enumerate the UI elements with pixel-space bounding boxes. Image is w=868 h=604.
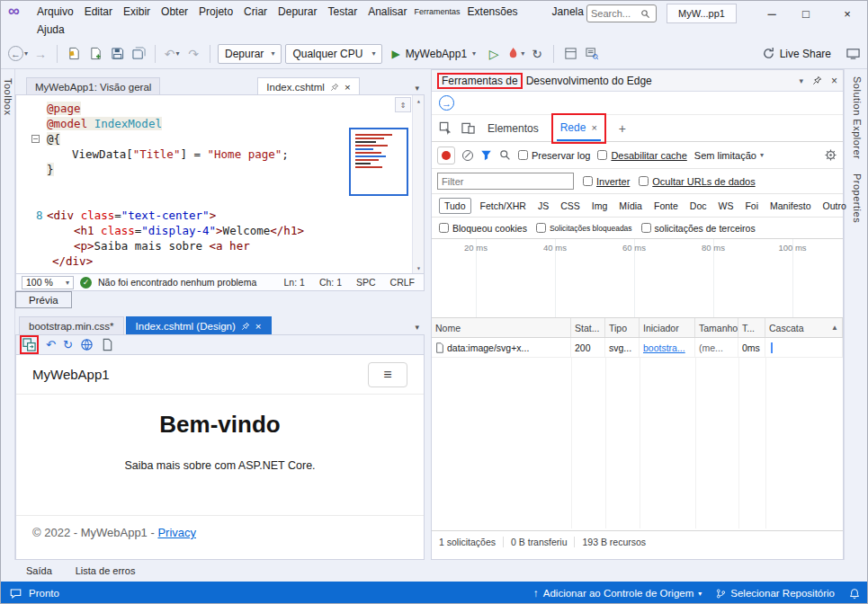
tab-bootstrap-css[interactable]: bootstrap.min.css*: [19, 316, 124, 334]
feedback-icon[interactable]: [844, 43, 862, 65]
third-party-checkbox[interactable]: solicitações de terceiros: [641, 223, 756, 234]
privacy-link[interactable]: Privacy: [157, 526, 196, 539]
menu-ajuda[interactable]: Ajuda: [31, 22, 70, 38]
navigate-forward-button[interactable]: →: [31, 43, 49, 65]
column-size[interactable]: Tamanho...: [695, 318, 738, 337]
blocked-cookies-checkbox[interactable]: Bloqueou cookies: [439, 223, 527, 234]
column-initiator[interactable]: Iniciador: [640, 318, 695, 337]
tab-overflow-icon[interactable]: ▾: [415, 84, 419, 93]
initiator-link[interactable]: bootstra...: [643, 342, 685, 353]
tab-elements[interactable]: Elementos: [484, 117, 542, 140]
search-network-icon[interactable]: [499, 149, 511, 161]
line-ending-indicator[interactable]: CRLF: [390, 277, 415, 288]
splitter-grip[interactable]: ⇕: [395, 97, 411, 112]
preserve-log-checkbox[interactable]: Preservar log: [518, 150, 590, 161]
vertical-scrollbar[interactable]: ▴ ▾: [412, 95, 424, 273]
document-icon[interactable]: [101, 338, 114, 351]
tab-network[interactable]: Rede×: [557, 116, 601, 141]
inspect-element-icon[interactable]: [439, 121, 452, 135]
chip-css[interactable]: CSS: [558, 199, 583, 213]
navbar-toggler-button[interactable]: ≡: [368, 362, 407, 387]
globe-icon[interactable]: [80, 338, 94, 351]
chip-ws[interactable]: WS: [716, 199, 737, 213]
tab-close-icon[interactable]: ×: [345, 82, 351, 93]
save-icon[interactable]: [108, 43, 126, 65]
chip-media[interactable]: Mídia: [616, 199, 645, 213]
tab-index-design[interactable]: Index.cshtml (Design) ×: [126, 316, 272, 334]
chip-font[interactable]: Fonte: [651, 199, 681, 213]
clear-network-log-icon[interactable]: [462, 150, 473, 161]
chip-manifest[interactable]: Manifesto: [767, 199, 814, 213]
zoom-dropdown[interactable]: 100 %▾: [22, 276, 74, 289]
maximize-button[interactable]: □: [787, 1, 825, 26]
filter-funnel-icon[interactable]: [480, 149, 492, 161]
pin-icon[interactable]: [330, 83, 339, 92]
save-all-icon[interactable]: [130, 43, 148, 65]
menu-arquivo[interactable]: Arquivo: [31, 4, 79, 20]
menu-exibir[interactable]: Exibir: [118, 4, 156, 20]
preview-button[interactable]: Prévia: [15, 291, 72, 308]
refresh-icon[interactable]: ↻: [63, 338, 73, 351]
redo-button[interactable]: ↷: [184, 43, 202, 65]
platform-dropdown[interactable]: Qualquer CPU▾: [285, 44, 382, 64]
output-tab[interactable]: Saída: [26, 565, 52, 576]
column-time[interactable]: T...: [738, 318, 765, 337]
new-project-icon[interactable]: [65, 43, 83, 65]
code-editor[interactable]: @page @model IndexModel @{ ViewData["Tit…: [15, 94, 425, 274]
chip-js[interactable]: JS: [535, 199, 551, 213]
chip-wasm[interactable]: Foi: [742, 199, 761, 213]
network-settings-gear-icon[interactable]: [824, 148, 837, 162]
tab-index-cshtml[interactable]: Index.cshtml ×: [257, 77, 359, 95]
column-type[interactable]: Tipo: [605, 318, 640, 337]
browser-sync-icon[interactable]: [22, 338, 36, 351]
feedback-bubble-icon[interactable]: [10, 588, 22, 600]
menu-depurar[interactable]: Depurar: [273, 4, 322, 20]
tab-overview[interactable]: MyWebApp1: Visão geral: [26, 77, 160, 95]
column-status[interactable]: Stat...: [571, 318, 605, 337]
menu-obter[interactable]: Obter: [156, 4, 193, 20]
select-repository-button[interactable]: Selecionar Repositório: [716, 588, 835, 599]
filter-input[interactable]: [437, 173, 574, 190]
undo-button[interactable]: ↶▾: [163, 43, 181, 65]
hot-reload-icon[interactable]: ▾: [506, 43, 524, 65]
debug-configuration-dropdown[interactable]: Depurar▾: [218, 44, 282, 64]
column-waterfall[interactable]: Cascata▲: [765, 318, 843, 337]
minimap[interactable]: [349, 128, 408, 196]
blocked-requests-checkbox[interactable]: Solicitações bloqueadas: [536, 223, 632, 233]
column-name[interactable]: Nome: [432, 318, 571, 337]
chip-all[interactable]: Tudo: [439, 198, 471, 214]
minimize-button[interactable]: ─: [753, 1, 791, 26]
hide-data-urls-checkbox[interactable]: Ocultar URLs de dados: [639, 176, 755, 187]
line-indicator[interactable]: Ln: 1: [284, 277, 305, 288]
toolbox-tab[interactable]: Toolbox: [3, 78, 13, 560]
search-input[interactable]: [591, 8, 638, 19]
fold-marker[interactable]: [31, 135, 40, 143]
tab-close-icon[interactable]: ×: [255, 321, 262, 332]
add-item-icon[interactable]: [86, 43, 104, 65]
menu-criar[interactable]: Criar: [238, 4, 273, 20]
start-without-debugging-icon[interactable]: ▷: [485, 43, 503, 65]
record-network-log-button[interactable]: [437, 147, 455, 164]
menu-editar[interactable]: Editar: [79, 4, 118, 20]
space-indicator[interactable]: SPC: [356, 277, 376, 288]
menu-projeto[interactable]: Projeto: [193, 4, 238, 20]
close-panel-icon[interactable]: ×: [831, 75, 837, 87]
search-box[interactable]: [586, 4, 657, 22]
window-layout-icon[interactable]: [561, 43, 579, 65]
invert-checkbox[interactable]: Inverter: [583, 176, 630, 187]
pin-icon[interactable]: [241, 322, 250, 331]
navigate-back-button[interactable]: ←▾: [8, 43, 28, 65]
tab-close-icon[interactable]: ×: [591, 122, 596, 133]
bell-icon[interactable]: [849, 588, 860, 600]
menu-analisar[interactable]: Analisar: [362, 4, 412, 20]
add-to-source-control-button[interactable]: ↑ Adicionar ao Controle de Origem ▾: [533, 588, 702, 599]
restart-icon[interactable]: ↻: [528, 43, 546, 65]
tab-overflow-icon[interactable]: ▾: [415, 323, 419, 332]
disable-cache-checkbox[interactable]: Desabilitar cache: [597, 150, 686, 161]
request-row[interactable]: data:image/svg+x... 200 svg... bootstra.…: [432, 338, 843, 358]
live-share-button[interactable]: Live Share: [762, 47, 831, 60]
solution-explorer-tab[interactable]: Solution Explorer: [852, 76, 863, 159]
chip-img[interactable]: Img: [589, 199, 611, 213]
menu-janela[interactable]: Janela: [547, 4, 589, 20]
undo-icon[interactable]: ↶: [46, 338, 56, 351]
